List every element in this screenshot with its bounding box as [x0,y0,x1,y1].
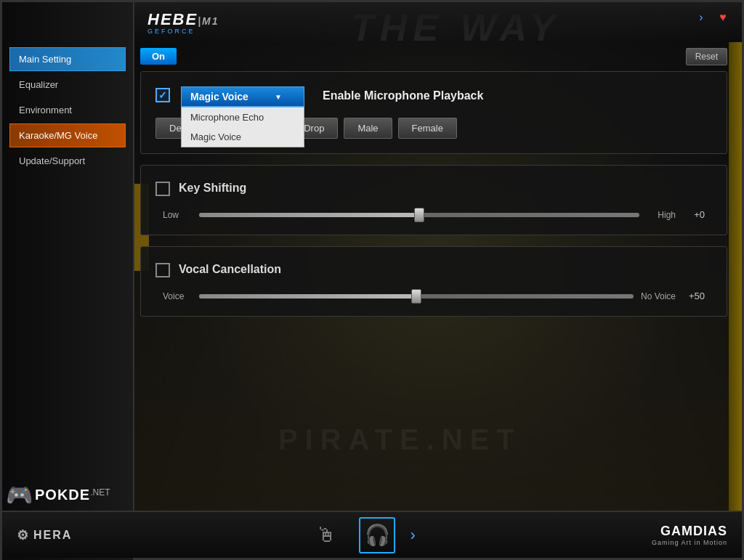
headset-icon[interactable]: 🎧 [359,517,395,553]
dropdown-menu: Microphone Echo Magic Voice [181,107,304,147]
dropdown-arrow-icon: ▼ [275,93,282,101]
key-shifting-slider[interactable] [199,213,639,217]
pokde-branding: 🎮 POKDE.NET [6,482,110,508]
outer-frame: THE WAY PIRATE.NET Main Setting Equalize… [0,0,744,560]
mouse-icon[interactable]: 🖱 [308,517,344,553]
logo-hebe: HEBE|M1 [147,10,219,29]
sidebar-logo [9,9,126,42]
heart-icon[interactable]: ♥ [715,9,731,25]
magic-voice-checkbox[interactable]: ✓ [155,88,170,102]
logo-m1: |M1 [198,15,219,27]
dropdown-option-echo[interactable]: Microphone Echo [182,107,304,127]
key-shifting-high-label: High [647,210,676,220]
key-shifting-slider-thumb[interactable] [414,208,424,222]
top-right-icons: › ♥ [693,9,731,25]
vocal-voice-label: Voice [163,291,192,301]
gear-icon: ⚙ [17,527,30,543]
next-icon[interactable]: › [410,526,415,545]
sidebar-item-equalizer[interactable]: Equalizer [9,73,126,97]
sidebar-item-main-setting[interactable]: Main Setting [9,47,126,71]
yellow-bar-right [729,42,742,511]
magic-voice-dropdown[interactable]: Magic Voice ▼ [181,86,304,107]
magic-voice-dropdown-wrapper: Magic Voice ▼ Microphone Echo Magic Voic… [181,86,304,107]
vocal-cancellation-header: Vocal Cancellation [155,261,712,277]
key-shifting-checkbox[interactable] [155,182,170,196]
gamdias-sub-label: Gaming Art in Motion [652,539,727,546]
vocal-slider-thumb[interactable] [411,289,421,304]
key-shifting-value: +0 [683,209,705,220]
vocal-cancellation-checkbox[interactable] [155,263,170,277]
key-shifting-panel: Key Shifting Low High +0 [140,165,727,235]
gamdias-logo-area: GAMDIAS Gaming Art in Motion [652,524,727,546]
controls-bar: On Reset [140,44,727,69]
sidebar-item-update[interactable]: Update/Support [9,149,126,173]
sidebar: Main Setting Equalizer Environment Karao… [2,2,134,560]
key-shifting-slider-row: Low High +0 [155,209,712,220]
magic-voice-row: ✓ Magic Voice ▼ Microphone Echo Magic Vo… [155,86,712,107]
vocal-cancellation-slider[interactable] [199,294,634,299]
bottom-nav: 🖱 🎧 › [72,517,652,553]
gamdias-label: GAMDIAS [652,524,727,539]
effect-btn-female[interactable]: Female [398,118,457,139]
key-shifting-slider-fill [199,213,419,217]
main-content: ✓ Magic Voice ▼ Microphone Echo Magic Vo… [140,71,727,511]
vocal-cancellation-value: +50 [683,291,705,301]
key-shifting-low-label: Low [163,210,192,220]
hera-logo: ⚙ HERA [17,527,72,543]
enable-microphone-label: Enable Microphone Playback [323,89,483,102]
vocal-cancellation-title: Vocal Cancellation [179,263,281,276]
header-bar: HEBE|M1 GEFORCE [133,2,742,42]
key-shifting-header: Key Shifting [155,180,712,196]
reset-button[interactable]: Reset [686,48,727,65]
bottom-bar: ⚙ HERA 🖱 🎧 › GAMDIAS Gaming Art in Motio… [2,511,742,558]
forward-icon[interactable]: › [693,9,709,25]
vocal-novoice-label: No Voice [641,291,676,301]
vocal-slider-fill [199,294,416,299]
vocal-cancellation-panel: Vocal Cancellation Voice No Voice +50 [140,246,727,317]
effect-btn-male[interactable]: Male [344,118,392,139]
key-shifting-title: Key Shifting [179,182,246,195]
hera-label: HERA [33,529,72,542]
logo-geforce: GEFORCE [147,28,195,35]
vocal-cancellation-slider-row: Voice No Voice +50 [155,291,712,301]
sidebar-item-environment[interactable]: Environment [9,98,126,122]
on-button[interactable]: On [140,48,177,65]
magic-voice-panel: ✓ Magic Voice ▼ Microphone Echo Magic Vo… [140,71,727,154]
logo-area: HEBE|M1 GEFORCE [147,10,219,35]
sidebar-item-karaoke[interactable]: Karaoke/MG Voice [9,123,126,147]
dropdown-option-magic[interactable]: Magic Voice [182,127,304,147]
